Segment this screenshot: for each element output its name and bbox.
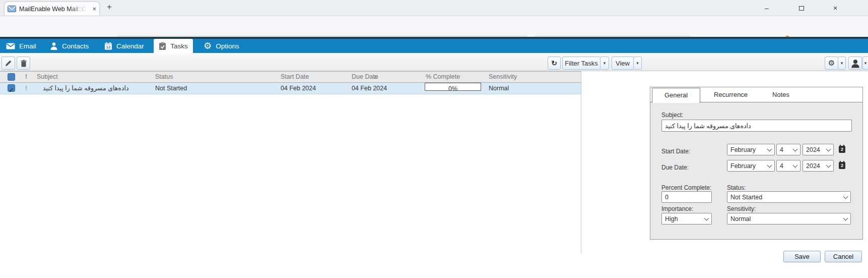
mail-favicon-icon — [8, 6, 16, 12]
due-year-value: 2024 — [806, 162, 820, 170]
sort-asc-icon: △ — [374, 72, 377, 82]
tab-notes[interactable]: Notes — [765, 88, 796, 102]
sensitivity-value: Normal — [730, 215, 751, 223]
calendar-icon: 12 — [104, 42, 112, 50]
nav-label: Email — [19, 42, 36, 50]
app-nav-bar: Email Contacts 12 Calendar — [0, 39, 868, 53]
due-day-value: 4 — [780, 162, 783, 170]
new-tab-button[interactable]: + — [107, 2, 112, 12]
percent-complete-input[interactable] — [661, 191, 712, 203]
chevron-down-icon — [843, 215, 848, 220]
chevron-down-icon — [826, 162, 831, 168]
due-month-value: February — [730, 162, 756, 170]
chevron-down-icon — [767, 162, 772, 168]
task-toolbar: ↻ Filter Tasks ▾ View ▾ ⚙ ▾ ▾ — [0, 53, 868, 71]
due-date-label: Due Date: — [661, 164, 689, 171]
task-detail-panel: General Recurrence Notes Subject: Start … — [650, 87, 863, 240]
pencil-icon — [5, 60, 12, 67]
table-right-divider — [581, 71, 581, 253]
importance-value: High — [665, 215, 678, 223]
row-sensitivity: Normal — [489, 83, 509, 94]
options-gear-icon: ⚙ — [204, 41, 212, 50]
svg-text:12: 12 — [106, 45, 111, 49]
tab-general[interactable]: General — [652, 88, 700, 103]
select-all-checkbox[interactable]: ✓ — [8, 73, 15, 81]
account-dropdown[interactable]: ▾ — [862, 57, 868, 70]
row-due-date: 04 Feb 2024 — [352, 83, 387, 94]
settings-dropdown[interactable]: ▾ — [838, 57, 846, 70]
start-year-value: 2024 — [806, 146, 820, 153]
refresh-button[interactable]: ↻ — [548, 57, 561, 70]
tab-close-icon[interactable]: × — [92, 5, 96, 13]
row-status: Not Started — [155, 83, 187, 94]
window-maximize-button[interactable] — [799, 6, 804, 11]
window-close-button[interactable]: × — [828, 3, 843, 13]
filter-tasks-label: Filter Tasks — [565, 60, 598, 67]
gear-icon: ⚙ — [828, 59, 835, 68]
settings-button[interactable]: ⚙ — [825, 57, 838, 70]
start-date-label: Start Date: — [661, 148, 690, 155]
sensitivity-column-header[interactable]: Sensitivity — [489, 72, 517, 82]
due-month-select[interactable]: February — [727, 160, 775, 172]
subject-input[interactable] — [661, 120, 852, 132]
filter-tasks-dropdown[interactable]: ▾ — [600, 57, 609, 70]
start-month-value: February — [730, 146, 756, 153]
chevron-down-icon — [767, 146, 772, 151]
subject-label: Subject: — [661, 112, 683, 119]
nav-item-options[interactable]: ⚙ Options — [204, 39, 239, 53]
browser-titlebar: MailEnable Web Mail::COM × + – × — [0, 0, 868, 16]
nav-item-tasks-active[interactable]: Tasks — [154, 39, 193, 53]
nav-label: Options — [216, 42, 239, 50]
user-avatar-icon — [851, 59, 860, 68]
chevron-down-icon: ▾ — [841, 61, 843, 66]
sensitivity-label: Sensitivity: — [727, 205, 756, 212]
subject-column-header[interactable]: Subject — [37, 72, 58, 82]
chevron-down-icon — [826, 146, 831, 151]
chevron-down-icon: ▾ — [864, 61, 867, 66]
browser-tab[interactable]: MailEnable Web Mail::COM × — [4, 2, 100, 16]
row-checkbox[interactable]: ✓ — [8, 84, 15, 92]
filter-tasks-button[interactable]: Filter Tasks — [562, 57, 600, 70]
nav-item-contacts[interactable]: Contacts — [50, 39, 89, 53]
view-button[interactable]: View — [612, 57, 634, 70]
due-date-picker-icon[interactable]: 2 — [839, 162, 845, 169]
tab-recurrence[interactable]: Recurrence — [707, 88, 755, 102]
importance-select[interactable]: High — [661, 213, 712, 225]
save-button[interactable]: Save — [783, 251, 821, 262]
start-date-column-header[interactable]: Start Date — [281, 72, 309, 82]
nav-label: Contacts — [62, 42, 89, 50]
start-year-select[interactable]: 2024 — [803, 144, 834, 155]
view-dropdown[interactable]: ▾ — [633, 57, 642, 70]
table-row[interactable]: ✓ ! داده‌های مسروقه شما را پیدا کنید Not… — [0, 83, 581, 94]
due-day-select[interactable]: 4 — [776, 160, 800, 172]
row-percent-complete: 0% — [425, 83, 481, 91]
edit-task-button[interactable] — [2, 57, 15, 70]
email-icon — [6, 43, 15, 49]
chevron-down-icon — [793, 146, 798, 151]
account-button[interactable] — [848, 57, 862, 70]
row-importance-flag: ! — [25, 83, 27, 94]
delete-task-button[interactable] — [17, 57, 30, 70]
percent-complete-column-header[interactable]: % Complete — [426, 72, 460, 82]
start-day-select[interactable]: 4 — [776, 144, 800, 155]
start-month-select[interactable]: February — [727, 144, 775, 155]
chevron-down-icon: ▾ — [604, 61, 606, 66]
contacts-icon — [50, 42, 58, 50]
cancel-button[interactable]: Cancel — [825, 251, 862, 262]
status-value: Not Started — [730, 194, 762, 201]
sensitivity-select[interactable]: Normal — [727, 213, 851, 225]
row-subject: داده‌های مسروقه شما را پیدا کنید — [43, 83, 129, 94]
percent-complete-label: Percent Complete: — [661, 184, 711, 191]
browser-toolbar: ← → ↻ ⌂ https://webmail.saharathunder.co… — [0, 16, 868, 37]
due-year-select[interactable]: 2024 — [803, 160, 834, 172]
start-date-picker-icon[interactable]: 2 — [839, 146, 845, 153]
importance-column-header[interactable]: ! — [25, 72, 27, 82]
browser-tab-title: MailEnable Web Mail::COM — [19, 6, 89, 13]
window-minimize-button[interactable]: – — [759, 3, 774, 13]
nav-item-calendar[interactable]: 12 Calendar — [104, 39, 144, 53]
status-column-header[interactable]: Status — [155, 72, 173, 82]
start-day-value: 4 — [780, 146, 783, 153]
status-select[interactable]: Not Started — [727, 191, 851, 203]
nav-item-email[interactable]: Email — [6, 39, 36, 53]
tasks-icon — [159, 42, 166, 50]
